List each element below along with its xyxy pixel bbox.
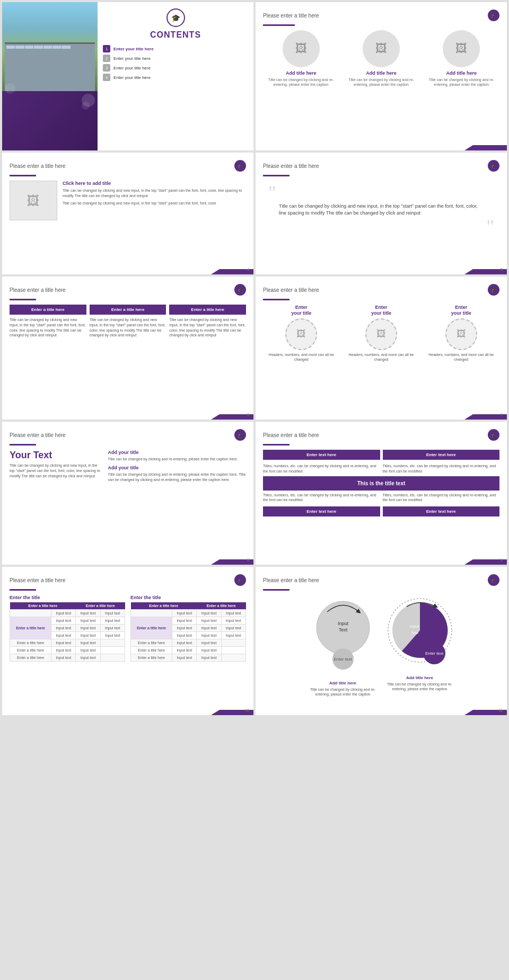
two-tables-layout: Enter the title Enter a title here Enter… [10,595,246,662]
bottom-text-2: Titles, numbers, etc. can be changed by … [383,492,500,504]
col-body-2: Title can be changed by clicking and new… [90,317,166,338]
td-r1c2: Input text [76,617,100,625]
close-quote-icon: " [268,219,494,235]
contents-item-4[interactable]: 4 Enter your title here [103,74,248,81]
td-extra-3-label: Enter a title here [10,654,51,662]
td2-sub-1: Input text [172,610,197,617]
table-title-1: Enter the title [10,595,125,600]
td2-extra-1-1: Input text [172,639,197,647]
bottom-btn-1[interactable]: Enter text here [263,506,380,516]
contents-item-1[interactable]: 1 Enter your title here [103,45,248,52]
table-title-2: Enter the title [130,595,246,600]
td-extra-1-3 [100,639,125,647]
slide-num-7: 8 [247,558,249,562]
td-sub-0 [10,610,51,617]
slide-pie-charts: Please enter a title here 🎓 Input Text [256,567,507,715]
circle-img-2: 🖼 [365,318,397,350]
bottom-row: Titles, numbers, etc. can be changed by … [263,492,499,517]
image-text-layout: 🖼 Click here to add title Title can be c… [10,181,246,220]
slide-your-text: Please enter a title here 🎓 Your Text Ti… [2,422,253,565]
slide-num-3: 4 [247,268,249,271]
td-extra-2-3 [100,647,125,654]
circle-bottom-1: Headers, numbers, and more can all be ch… [263,352,340,362]
purple-btn-2[interactable]: Enter a title here [90,305,166,315]
slide-three-images: Please enter a title here 🎓 🖼 Add title … [256,2,507,150]
td2-r1c3: Input text [221,617,245,625]
slide-num-2: › [502,144,503,147]
td2-r1c1: Input text [172,617,197,625]
logo-icon-6: 🎓 [488,284,499,296]
td2-sub-2: Input text [197,610,221,617]
purple-btn-1[interactable]: Enter a title here [10,305,86,315]
circle-card-3: Enteryour title 🖼 Headers, numbers, and … [423,305,499,362]
purple-col-3: Enter a title here Title can be changed … [169,305,246,338]
th-1-1: Enter a title here [10,602,76,610]
slide-4-header: Please enter a title here 🎓 [263,160,499,172]
td-r1c1: Input text [51,617,76,625]
top-btn-2[interactable]: Enter text here [383,450,500,460]
td2-row-header: Enter a title here [131,617,172,639]
image-placeholder-icon: 🖼 [27,193,40,208]
add-body-1: Title can be changed by clicking and re-… [108,457,246,462]
slide-three-purple: Please enter a title here 🎓 Enter a titl… [2,277,253,420]
pie-add-title-2: Add title here [385,675,454,680]
item-num-4: 4 [103,74,110,81]
top-text-1: Titles, numbers, etc. can be changed by … [263,462,380,475]
your-text-body: Title can be changed by clicking and new… [10,463,102,478]
slide-3-header: Please enter a title here 🎓 [10,160,246,172]
td-extra-1-2: Input text [76,639,100,647]
right-sub-section: Add your title Title can be changed by c… [108,450,246,484]
svg-text:Text: Text [338,627,347,632]
top-btn-1[interactable]: Enter text here [263,450,380,460]
slide-num-6: 7 [501,413,503,416]
click-title[interactable]: Click here to add title [63,181,246,186]
td-r2c2: Input text [76,625,100,632]
item-text-1: Enter your title here [113,47,154,51]
slide-7-header: Please enter a title here 🎓 [10,429,246,441]
card-text-1: Title can be changed by clicking and re-… [263,77,339,87]
circles-layout: Enteryour title 🖼 Headers, numbers, and … [263,305,499,362]
contents-item-2[interactable]: 2 Enter your title here [103,55,248,62]
td-extra-3-1: Input text [51,654,76,662]
contents-item-3[interactable]: 3 Enter your title here [103,64,248,72]
purple-btn-3[interactable]: Enter a title here [169,305,246,315]
image-icon-2: 🖼 [375,42,387,56]
circle-bottom-2: Headers, numbers, and more can all be ch… [343,352,420,362]
td-extra-3-2: Input text [76,654,100,662]
card-title-3: Add title here [446,70,477,76]
slide-contents: 🎓 CONTENTS 1 Enter your title here 2 Ent… [2,2,253,150]
bottom-btn-2[interactable]: Enter text here [383,506,500,516]
col-body-1: Title can be changed by clicking and new… [10,317,86,338]
td2-r3c3: Input text [221,632,245,639]
td2-sub-3: Input text [221,610,245,617]
circle-card-2: Enteryour title 🖼 Headers, numbers, and … [343,305,420,362]
circle-title-3: Enteryour title [451,305,471,316]
logo-icon-8: 🎓 [488,429,499,441]
td2-r2c1: Input text [172,625,197,632]
slide-2-header: Please enter a title here 🎓 [263,10,499,21]
item-text-4: Enter your title here [113,75,151,80]
td-r2c1: Input text [51,625,76,632]
th-1-2: Enter a title here [76,602,125,610]
td2-r3c1: Input text [172,632,197,639]
purple-grid-content: Enter text here Enter text here Titles, … [263,450,499,516]
building-bg [2,2,98,91]
center-title: This is the title text [263,476,499,491]
pie-desc-2: Title can be changed by clicking and re-… [385,682,454,691]
purple-col-2: Enter a title here Title can be changed … [90,305,166,338]
building-image [2,2,98,91]
three-col-cards: 🖼 Add title here Title can be changed by… [263,30,499,87]
emblem-icon: 🎓 [166,8,185,27]
td-extra-1-label: Enter a title here [10,639,51,647]
purple-col-1: Enter a title here Title can be changed … [10,305,86,338]
slide-5-header: Please enter a title here 🎓 [10,284,246,296]
td-sub-1: Input text [51,610,76,617]
slide-8-header: Please enter a title here 🎓 [263,429,499,441]
slide-contents-right: 🎓 CONTENTS 1 Enter your title here 2 Ent… [98,2,253,150]
td2-extra-2-2: Input text [197,647,221,654]
td-extra-2-label: Enter a title here [10,647,51,654]
slide-2-title: Please enter a title here [263,13,319,19]
slide-quote: Please enter a title here 🎓 " Title can … [256,153,507,274]
slide-num-8: 9 [501,558,503,562]
td-sub-2: Input text [76,610,100,617]
